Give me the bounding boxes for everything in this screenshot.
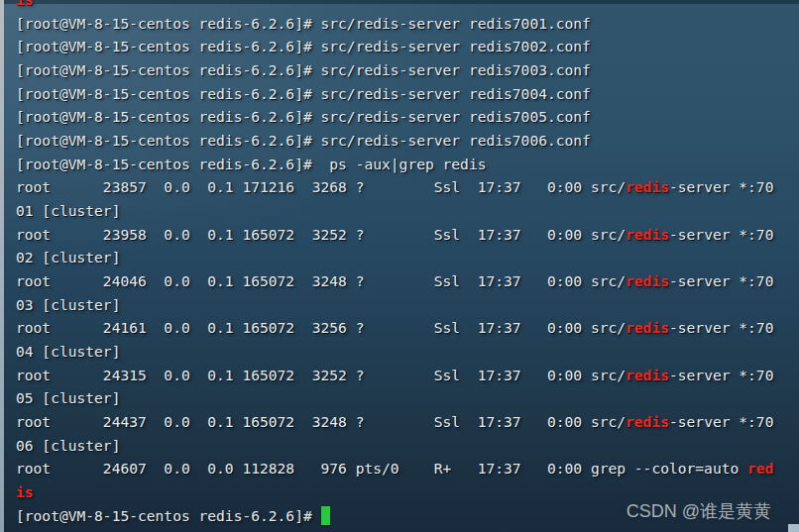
terminal-line: root 23958 0.0 0.1 165072 3252 ? Ssl 17:… [16, 223, 784, 247]
grep-match-text: redis [626, 367, 669, 383]
terminal-line: 04 [cluster] [16, 340, 784, 364]
terminal-text: -server *:70 [669, 367, 773, 383]
terminal-text: [root@VM-8-15-centos redis-6.2.6]# src/r… [16, 85, 591, 102]
terminal-line: root 24437 0.0 0.1 165072 3248 ? Ssl 17:… [16, 410, 784, 434]
terminal-text: 01 [cluster] [16, 202, 120, 219]
terminal-text: [root@VM-8-15-centos redis-6.2.6]# ps -a… [16, 156, 486, 172]
terminal-line: [root@VM-8-15-centos redis-6.2.6]# src/r… [16, 129, 784, 153]
grep-match-text: redis [626, 413, 669, 430]
terminal-text: root 24607 0.0 0.0 112828 976 pts/0 R+ 1… [16, 460, 747, 477]
grep-match-text: redis [626, 272, 669, 289]
window-left-edge [0, 0, 4, 532]
terminal-text: root 24315 0.0 0.1 165072 3252 ? Ssl 17:… [16, 367, 626, 383]
terminal-text: -server *:70 [669, 413, 773, 430]
terminal-line: is [16, 0, 784, 12]
grep-match-text: is [16, 483, 34, 500]
terminal-line: [root@VM-8-15-centos redis-6.2.6]# ps -a… [16, 153, 784, 176]
terminal-line: root 24046 0.0 0.1 165072 3248 ? Ssl 17:… [16, 269, 784, 293]
terminal-text: root 24046 0.0 0.1 165072 3248 ? Ssl 17:… [16, 272, 626, 289]
terminal-line: 06 [cluster] [16, 434, 784, 458]
terminal-window[interactable]: is[root@VM-8-15-centos redis-6.2.6]# src… [0, 0, 799, 532]
terminal-text: 05 [cluster] [16, 389, 120, 406]
terminal-text: [root@VM-8-15-centos redis-6.2.6]# src/r… [16, 15, 591, 32]
terminal-line: [root@VM-8-15-centos redis-6.2.6]# src/r… [16, 12, 784, 36]
terminal-text: [root@VM-8-15-centos redis-6.2.6]# src/r… [16, 61, 591, 78]
terminal-text: [root@VM-8-15-centos redis-6.2.6]# [16, 507, 321, 524]
terminal-line: [root@VM-8-15-centos redis-6.2.6]# src/r… [16, 35, 784, 58]
terminal-text: 06 [cluster] [16, 437, 120, 454]
terminal-text: root 24437 0.0 0.1 165072 3248 ? Ssl 17:… [16, 413, 626, 430]
terminal-text: -server *:70 [669, 319, 773, 336]
terminal-text: -server *:70 [669, 226, 773, 243]
scrollbar-corner[interactable] [788, 524, 799, 532]
terminal-text: 03 [cluster] [16, 296, 120, 313]
csdn-watermark: CSDN @谁是黄黄 [627, 499, 771, 523]
terminal-line: 01 [cluster] [16, 199, 784, 223]
terminal-content[interactable]: is[root@VM-8-15-centos redis-6.2.6]# src… [16, 0, 784, 527]
terminal-line: 02 [cluster] [16, 246, 784, 269]
terminal-line: [root@VM-8-15-centos redis-6.2.6]# src/r… [16, 105, 784, 129]
terminal-line: root 24607 0.0 0.0 112828 976 pts/0 R+ 1… [16, 457, 784, 480]
grep-match-text: redis [626, 226, 669, 243]
terminal-text: 04 [cluster] [16, 343, 120, 360]
terminal-text: root 23857 0.0 0.1 171216 3268 ? Ssl 17:… [16, 178, 626, 195]
grep-match-text: redis [626, 178, 669, 195]
terminal-line: root 23857 0.0 0.1 171216 3268 ? Ssl 17:… [16, 175, 784, 199]
terminal-text: root 23958 0.0 0.1 165072 3252 ? Ssl 17:… [16, 226, 626, 243]
terminal-cursor [321, 506, 330, 525]
terminal-line: [root@VM-8-15-centos redis-6.2.6]# src/r… [16, 58, 784, 82]
grep-match-text: redis [626, 319, 669, 336]
terminal-text: -server *:70 [669, 272, 773, 289]
terminal-text: 02 [cluster] [16, 249, 120, 266]
terminal-line: 03 [cluster] [16, 293, 784, 317]
terminal-line: root 24161 0.0 0.1 165072 3256 ? Ssl 17:… [16, 316, 784, 340]
terminal-line: root 24315 0.0 0.1 165072 3252 ? Ssl 17:… [16, 364, 784, 387]
terminal-text: [root@VM-8-15-centos redis-6.2.6]# src/r… [16, 38, 591, 54]
terminal-text: root 24161 0.0 0.1 165072 3256 ? Ssl 17:… [16, 319, 626, 336]
terminal-line: 05 [cluster] [16, 386, 784, 410]
terminal-text: [root@VM-8-15-centos redis-6.2.6]# src/r… [16, 108, 591, 125]
terminal-text: -server *:70 [669, 178, 773, 195]
terminal-line: [root@VM-8-15-centos redis-6.2.6]# src/r… [16, 82, 784, 106]
terminal-text: [root@VM-8-15-centos redis-6.2.6]# src/r… [16, 132, 591, 149]
grep-match-text: red [747, 460, 773, 477]
grep-match-text: is [16, 0, 34, 8]
